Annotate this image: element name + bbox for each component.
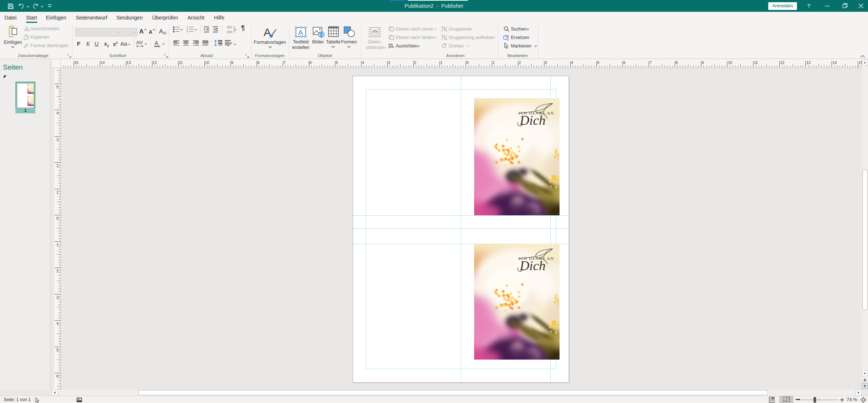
svg-text:c: c: [507, 38, 509, 41]
svg-text:XY: XY: [78, 398, 81, 400]
svg-text:Dich: Dich: [519, 258, 546, 273]
svg-text:A: A: [298, 29, 303, 36]
svg-text:A: A: [264, 26, 271, 38]
svg-text:Dich: Dich: [519, 113, 546, 128]
